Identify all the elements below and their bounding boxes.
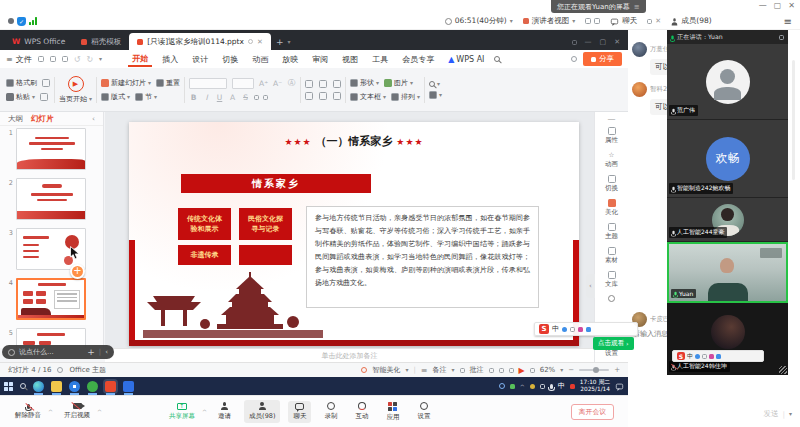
interact-button[interactable]: 互动 [350,400,373,423]
slide-thumbnail-2[interactable] [16,178,86,220]
format-painter-button[interactable]: 格式刷 [6,78,37,88]
ime-mode-indicator[interactable]: 中 [558,381,565,391]
line-spacing-icon[interactable] [333,92,341,100]
emoji-icon[interactable] [8,349,15,356]
meeting-app-icon[interactable] [123,381,134,392]
taskbar-clock[interactable]: 17:10 周二 2025/1/14 [580,379,610,393]
menu-tools[interactable]: 工具 [368,53,392,66]
mic-options-caret-icon[interactable]: ^ [48,408,53,415]
layout-toggle-icon[interactable] [594,18,600,24]
menu-transition[interactable]: 切换 [218,53,242,66]
tab-presentation-file[interactable]: [只读]返家乡培训0114.pptx ✕ [129,33,271,50]
view-sorter-icon[interactable] [499,368,504,373]
cloud-icon[interactable] [571,56,577,62]
wps-close-icon[interactable]: ✕ [614,38,620,46]
zoom-level[interactable]: 62% [540,366,556,374]
menu-member[interactable]: 会员专享 [398,53,438,66]
ime-mic-icon[interactable] [695,354,700,359]
ime-toolbox-icon[interactable] [716,354,721,359]
menu-home[interactable]: 开始 [128,52,152,67]
play-from-current-button[interactable]: 当页开始▾ [59,94,92,104]
picture-button[interactable]: 图片▾ [384,78,413,88]
panel-item-library[interactable]: 文库 [595,268,628,292]
leave-meeting-button[interactable]: 离开会议 [571,404,614,420]
current-slide[interactable]: ★★★ （一）情系家乡 ★★★ 情系家乡 传统文化体验和展示 民俗文化探寻与记录… [129,122,579,346]
zoom-slider[interactable] [579,369,609,371]
redo-icon[interactable]: ↻ [86,55,93,64]
textbox-button[interactable]: 文本框▾ [350,92,386,102]
view-reading-icon[interactable] [509,368,514,373]
align-left-icon[interactable] [305,92,313,100]
add-slide-floating-button[interactable]: + [70,264,85,279]
share-screen-button[interactable]: 共享屏幕 [164,401,200,423]
quickbar-collapse-icon[interactable]: ‹ [105,348,108,356]
banner-menu-icon[interactable]: ≡ [634,3,640,11]
menu-view[interactable]: 视图 [338,53,362,66]
sync-icon[interactable] [572,40,577,45]
participant-tile-4-active[interactable]: Yuan [667,242,788,303]
ime-skin-icon[interactable] [578,327,583,332]
highlight-icon[interactable] [254,95,259,100]
chat-button-bottom[interactable]: 聊天 [288,401,311,423]
ime-toolbox-icon[interactable] [586,327,591,332]
menu-slideshow[interactable]: 放映 [278,53,302,66]
notes-bar[interactable]: 单击此处添加备注 [105,348,594,362]
tray-display-icon[interactable] [540,384,545,389]
start-video-button[interactable]: 开启视频 [59,401,95,422]
panel-item-theme[interactable]: 主题 [595,220,628,244]
tray-dot-icon[interactable] [530,384,535,389]
share-options-caret-icon[interactable]: ^ [202,408,207,415]
slide-thumbnail-4-selected[interactable] [16,278,86,320]
unmute-button[interactable]: 解除静音 [10,402,46,422]
panel-item-help[interactable] [595,292,628,305]
green-app-icon[interactable] [87,381,98,392]
participant-tile-5[interactable]: S 中 人工智能24韩佳坤 [667,303,788,375]
apps-button[interactable]: 应用 [381,400,404,424]
maximize-icon[interactable]: ▢ [774,1,782,10]
quickbar-caret-icon[interactable]: ▾ [99,56,102,62]
menu-wps-ai[interactable]: ▲ WPS AI [444,54,488,65]
tray-battery-icon[interactable] [510,384,515,389]
section-button[interactable]: 节▾ [135,92,157,102]
find-button[interactable]: ▾ [429,81,440,87]
ime-skin-icon[interactable] [709,354,714,359]
collapse-panel-icon[interactable]: ‹ [92,114,95,123]
indent-icon[interactable] [333,80,341,88]
popout-icon[interactable] [647,19,652,24]
font-size-select[interactable] [232,78,254,89]
members-button-bottom[interactable]: 成员(98) [244,400,280,424]
panel-scrollbar[interactable] [792,60,795,180]
shapes-button[interactable]: 形状▾ [350,78,379,88]
sogou-tray-icon[interactable] [570,384,575,389]
font-name-select[interactable] [189,78,227,89]
play-from-current-icon[interactable]: ▶ [68,76,84,92]
search-icon[interactable] [494,56,500,62]
cut-icon[interactable] [42,79,50,87]
new-tab-button[interactable]: + ▾ [271,33,296,50]
zoom-out-icon[interactable]: − [568,366,574,374]
record-button[interactable]: 录制 [319,400,342,423]
save-icon[interactable] [38,56,44,62]
print-icon[interactable] [50,56,56,62]
bold-button[interactable]: B [189,93,198,102]
wps-minimize-icon[interactable]: — [585,38,592,46]
fit-screen-icon[interactable] [530,368,535,373]
zoom-in-icon[interactable]: + [614,366,620,374]
notes-toggle-button[interactable]: 备注 [433,365,447,375]
close-icon[interactable]: ✕ [788,1,795,10]
edge-icon[interactable] [33,381,44,392]
layout-button[interactable]: 版式▾ [101,92,130,102]
ime-emoji-icon[interactable] [702,354,707,359]
numbered-list-icon[interactable] [319,80,327,88]
panel-item-assets[interactable]: 素材 [595,244,628,268]
tab-wps-office[interactable]: W WPS Office [4,33,73,50]
slide-thumbnail-1[interactable] [16,128,86,170]
send-options-caret-icon[interactable]: ▾ [789,411,792,417]
members-button[interactable]: 成员(98) [681,16,711,26]
timer-caret-icon[interactable]: ▾ [510,18,513,24]
menu-animation[interactable]: 动画 [248,53,272,66]
view-normal-icon[interactable] [489,368,494,373]
bullet-list-icon[interactable] [305,80,313,88]
camera-options-caret-icon[interactable]: ^ [97,408,102,415]
sogou-ime-bar-overlay[interactable]: S 中 [672,350,764,362]
